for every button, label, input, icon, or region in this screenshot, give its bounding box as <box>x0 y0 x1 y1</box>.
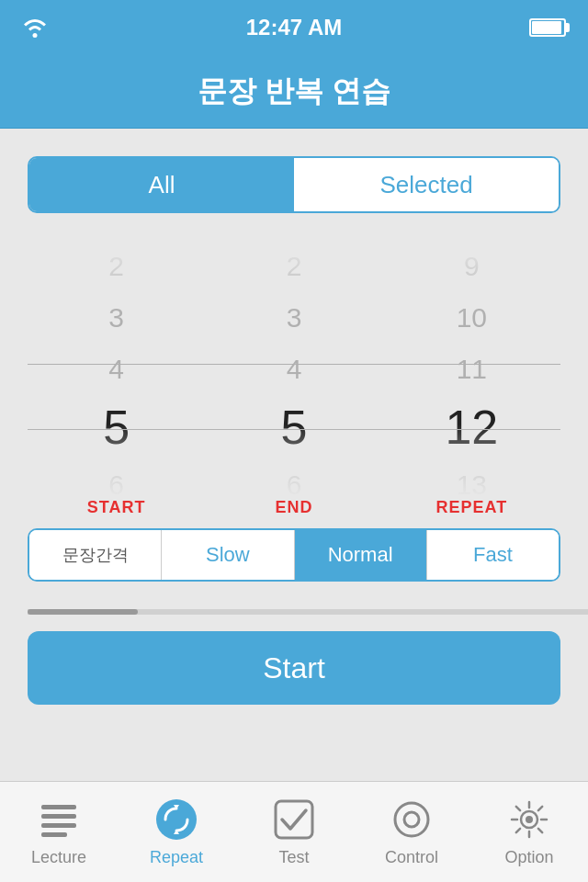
svg-rect-0 <box>41 805 76 809</box>
picker-item-selected: 12 <box>383 395 560 459</box>
speed-group: 문장간격 Slow Normal Fast <box>28 528 560 582</box>
gear-icon <box>506 797 552 842</box>
scroll-bar <box>28 609 588 615</box>
start-label: START <box>87 494 146 520</box>
interval-button[interactable]: 문장간격 <box>29 530 162 580</box>
picker-item: 2 <box>28 241 205 292</box>
slow-button[interactable]: Slow <box>162 530 294 580</box>
tab-control[interactable]: Control <box>353 782 470 882</box>
svg-point-10 <box>526 816 533 823</box>
normal-button[interactable]: Normal <box>295 530 427 580</box>
tab-lecture-label: Lecture <box>31 848 86 867</box>
tab-lecture[interactable]: Lecture <box>0 782 118 882</box>
status-bar: 12:47 AM <box>0 0 588 55</box>
picker-line-top <box>28 364 560 365</box>
picker-item: 2 <box>205 241 382 292</box>
picker-item: 9 <box>383 241 560 292</box>
wifi-icon <box>22 17 48 38</box>
tab-control-label: Control <box>385 848 438 867</box>
picker-item: 4 <box>205 344 382 395</box>
picker-line-bottom <box>28 429 560 430</box>
picker-item: 4 <box>28 344 205 395</box>
picker-item: 3 <box>205 292 382 344</box>
fast-button[interactable]: Fast <box>427 530 559 580</box>
picker-item-selected: 5 <box>28 395 205 459</box>
circle-icon <box>389 797 435 842</box>
picker-item: 3 <box>28 292 205 344</box>
picker-item: 6 <box>28 459 205 498</box>
picker-item: 11 <box>383 344 560 395</box>
tab-option-label: Option <box>504 848 553 867</box>
check-icon <box>271 797 317 842</box>
picker-item: 13 <box>383 459 560 498</box>
status-time: 12:47 AM <box>246 15 342 40</box>
mode-toggle-group: All Selected <box>28 156 560 213</box>
svg-rect-1 <box>41 814 76 819</box>
picker-container: 2 3 4 5 6 7 2 3 4 5 6 7 8 <box>28 241 560 498</box>
list-icon <box>36 797 82 842</box>
picker-labels: START END REPEAT <box>28 498 560 517</box>
start-picker-column[interactable]: 2 3 4 5 6 7 <box>28 241 205 498</box>
main-content: All Selected 2 3 4 5 6 7 2 <box>0 129 588 723</box>
repeat-icon <box>153 797 199 842</box>
repeat-picker-column[interactable]: 9 10 11 12 13 14 15 <box>383 241 560 498</box>
repeat-label: REPEAT <box>435 494 507 520</box>
all-tab[interactable]: All <box>29 158 294 211</box>
picker-item: 10 <box>383 292 560 344</box>
start-button[interactable]: Start <box>28 631 560 705</box>
svg-point-9 <box>404 812 419 827</box>
picker-item-selected: 5 <box>205 395 382 459</box>
scroll-thumb <box>28 609 138 615</box>
tab-test[interactable]: Test <box>235 782 353 882</box>
picker-item: 6 <box>205 459 382 498</box>
svg-rect-3 <box>41 832 67 837</box>
page-title: 문장 반복 연습 <box>198 72 390 112</box>
svg-rect-2 <box>41 823 76 828</box>
tab-option[interactable]: Option <box>470 782 588 882</box>
battery-icon <box>529 18 566 37</box>
selected-tab[interactable]: Selected <box>294 158 559 211</box>
tab-test-label: Test <box>278 848 309 867</box>
tab-repeat[interactable]: Repeat <box>118 782 235 882</box>
app-header: 문장 반복 연습 <box>0 55 588 129</box>
tab-bar: Lecture Repeat Test <box>0 781 588 882</box>
svg-point-8 <box>395 803 428 836</box>
tab-repeat-label: Repeat <box>150 848 203 867</box>
end-label: END <box>275 494 312 520</box>
end-picker-column[interactable]: 2 3 4 5 6 7 8 <box>205 241 382 498</box>
